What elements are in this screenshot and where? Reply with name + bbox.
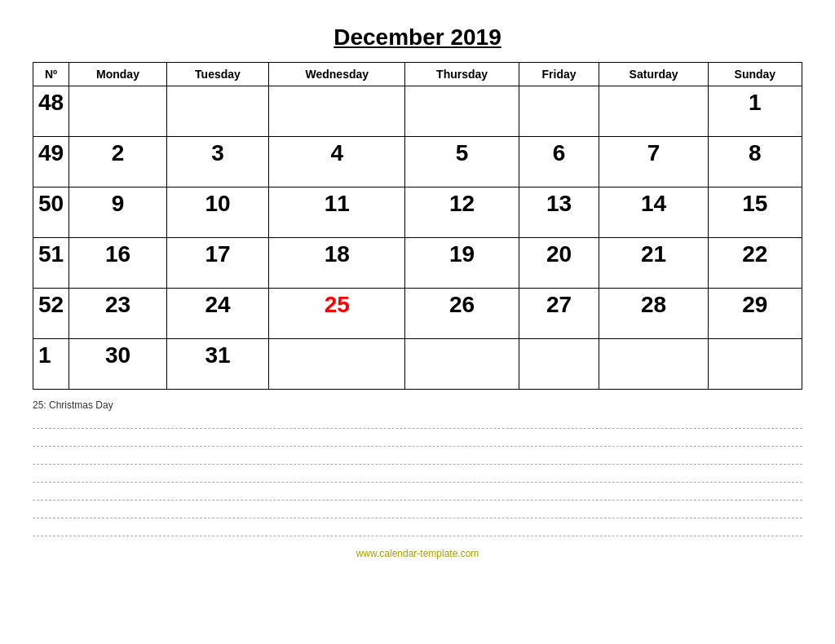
day-cell [405,339,519,390]
day-cell: 23 [69,289,167,339]
table-row: 13031 [33,339,802,390]
day-cell: 29 [708,289,802,339]
header-weeknum: Nº [33,63,69,86]
day-cell [166,86,268,137]
header-row: Nº Monday Tuesday Wednesday Thursday Fri… [33,63,802,86]
day-cell: 17 [166,238,268,289]
day-cell [69,86,167,137]
day-cell: 22 [708,238,802,289]
day-cell: 4 [269,137,405,187]
day-cell: 1 [708,86,802,137]
day-cell: 15 [708,187,802,238]
calendar-table: Nº Monday Tuesday Wednesday Thursday Fri… [33,62,802,390]
day-cell: 2 [69,137,167,187]
header-sunday: Sunday [708,63,802,86]
day-cell: 10 [166,187,268,238]
table-row: 509101112131415 [33,187,802,238]
header-friday: Friday [519,63,599,86]
day-cell: 24 [166,289,268,339]
day-cell: 27 [519,289,599,339]
website-url: www.calendar-template.com [356,548,479,559]
day-cell: 7 [599,137,708,187]
note-line-3 [33,447,802,465]
note-line-5 [33,483,802,501]
day-cell: 8 [708,137,802,187]
day-cell [599,339,708,390]
day-cell: 9 [69,187,167,238]
day-cell: 19 [405,238,519,289]
holiday-note: 25: Christmas Day [33,396,802,411]
day-cell: 11 [269,187,405,238]
table-row: 492345678 [33,137,802,187]
calendar-body: 4814923456785091011121314155116171819202… [33,86,802,390]
week-number: 49 [33,137,69,187]
header-thursday: Thursday [405,63,519,86]
day-cell: 30 [69,339,167,390]
day-cell: 6 [519,137,599,187]
note-line-4 [33,465,802,483]
notes-section: 25: Christmas Day [33,396,802,536]
day-cell: 3 [166,137,268,187]
calendar-title: December 2019 [334,24,501,51]
header-monday: Monday [69,63,167,86]
header-wednesday: Wednesday [269,63,405,86]
week-number: 1 [33,339,69,390]
day-cell: 18 [269,238,405,289]
day-cell: 14 [599,187,708,238]
day-cell: 25 [269,289,405,339]
day-cell [708,339,802,390]
table-row: 5223242526272829 [33,289,802,339]
day-cell: 31 [166,339,268,390]
week-number: 51 [33,238,69,289]
day-cell [269,339,405,390]
day-cell [405,86,519,137]
day-cell [519,339,599,390]
note-line-7 [33,518,802,536]
table-row: 481 [33,86,802,137]
header-tuesday: Tuesday [166,63,268,86]
week-number: 48 [33,86,69,137]
header-saturday: Saturday [599,63,708,86]
week-number: 52 [33,289,69,339]
day-cell: 16 [69,238,167,289]
day-cell: 12 [405,187,519,238]
day-cell [599,86,708,137]
note-line-2 [33,429,802,447]
note-line-1 [33,411,802,429]
day-cell: 28 [599,289,708,339]
week-number: 50 [33,187,69,238]
day-cell: 21 [599,238,708,289]
day-cell: 20 [519,238,599,289]
table-row: 5116171819202122 [33,238,802,289]
day-cell: 26 [405,289,519,339]
day-cell [519,86,599,137]
day-cell [269,86,405,137]
note-line-6 [33,501,802,518]
day-cell: 13 [519,187,599,238]
day-cell: 5 [405,137,519,187]
